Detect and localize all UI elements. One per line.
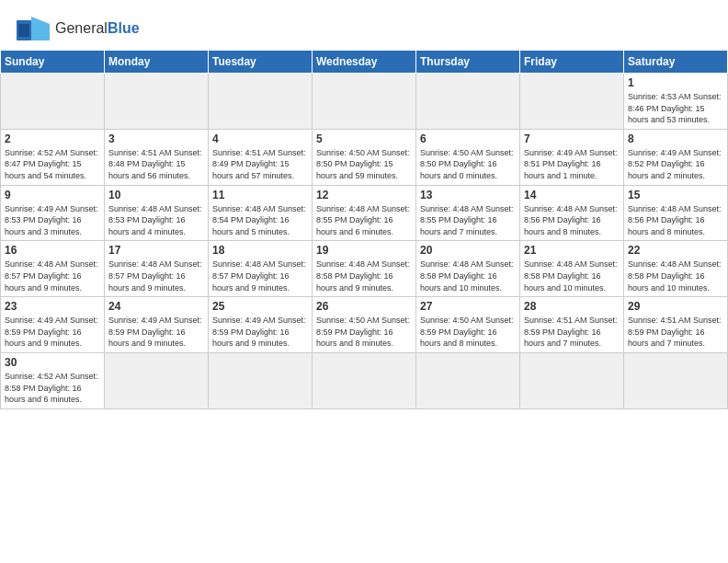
calendar-day-cell — [520, 352, 624, 408]
day-of-week-header: Monday — [105, 51, 209, 74]
day-info: Sunrise: 4:48 AM Sunset: 8:58 PM Dayligh… — [628, 259, 723, 293]
day-number: 27 — [420, 300, 516, 313]
day-info: Sunrise: 4:53 AM Sunset: 8:46 PM Dayligh… — [628, 91, 723, 126]
day-info: Sunrise: 4:48 AM Sunset: 8:58 PM Dayligh… — [524, 259, 620, 293]
day-number: 6 — [420, 132, 516, 145]
day-info: Sunrise: 4:51 AM Sunset: 8:59 PM Dayligh… — [628, 315, 723, 350]
day-number: 1 — [628, 76, 723, 89]
day-info: Sunrise: 4:49 AM Sunset: 8:52 PM Dayligh… — [628, 147, 723, 182]
day-number: 12 — [316, 189, 412, 201]
day-info: Sunrise: 4:48 AM Sunset: 8:56 PM Dayligh… — [524, 203, 620, 238]
day-info: Sunrise: 4:48 AM Sunset: 8:57 PM Dayligh… — [212, 259, 308, 293]
day-info: Sunrise: 4:50 AM Sunset: 8:59 PM Dayligh… — [316, 315, 412, 350]
calendar-day-cell — [105, 352, 209, 408]
calendar-day-cell: 23Sunrise: 4:49 AM Sunset: 8:59 PM Dayli… — [1, 297, 105, 353]
day-info: Sunrise: 4:48 AM Sunset: 8:58 PM Dayligh… — [420, 259, 516, 293]
day-of-week-header: Tuesday — [209, 51, 313, 74]
day-info: Sunrise: 4:48 AM Sunset: 8:55 PM Dayligh… — [316, 203, 412, 238]
calendar-day-cell: 19Sunrise: 4:48 AM Sunset: 8:58 PM Dayli… — [313, 241, 416, 297]
day-of-week-header: Friday — [520, 51, 624, 74]
calendar-day-cell: 18Sunrise: 4:48 AM Sunset: 8:57 PM Dayli… — [209, 241, 313, 297]
day-number: 17 — [108, 244, 204, 257]
calendar-week-row: 2Sunrise: 4:52 AM Sunset: 8:47 PM Daylig… — [1, 129, 728, 185]
calendar-week-row: 16Sunrise: 4:48 AM Sunset: 8:57 PM Dayli… — [1, 241, 728, 297]
day-number: 5 — [316, 132, 412, 145]
day-number: 25 — [212, 300, 308, 313]
day-of-week-header: Sunday — [1, 51, 105, 74]
calendar-week-row: 30Sunrise: 4:52 AM Sunset: 8:58 PM Dayli… — [1, 352, 728, 408]
day-of-week-header: Wednesday — [313, 51, 416, 74]
day-info: Sunrise: 4:48 AM Sunset: 8:54 PM Dayligh… — [212, 203, 308, 238]
calendar-day-cell — [416, 74, 520, 130]
calendar-day-cell: 12Sunrise: 4:48 AM Sunset: 8:55 PM Dayli… — [313, 185, 416, 241]
day-number: 13 — [420, 189, 516, 201]
day-info: Sunrise: 4:48 AM Sunset: 8:53 PM Dayligh… — [108, 203, 204, 238]
day-number: 23 — [5, 300, 100, 313]
day-number: 26 — [316, 300, 412, 313]
day-info: Sunrise: 4:49 AM Sunset: 8:59 PM Dayligh… — [108, 315, 204, 350]
day-number: 2 — [5, 132, 100, 145]
calendar-day-cell: 6Sunrise: 4:50 AM Sunset: 8:50 PM Daylig… — [416, 129, 520, 185]
calendar-day-cell: 5Sunrise: 4:50 AM Sunset: 8:50 PM Daylig… — [313, 129, 416, 185]
calendar-table: SundayMondayTuesdayWednesdayThursdayFrid… — [0, 50, 728, 409]
day-number: 18 — [212, 244, 308, 257]
day-number: 15 — [628, 189, 723, 201]
day-number: 24 — [108, 300, 204, 313]
day-info: Sunrise: 4:48 AM Sunset: 8:55 PM Dayligh… — [420, 203, 516, 238]
day-number: 4 — [212, 132, 308, 145]
day-info: Sunrise: 4:50 AM Sunset: 8:59 PM Dayligh… — [420, 315, 516, 350]
day-info: Sunrise: 4:49 AM Sunset: 8:59 PM Dayligh… — [5, 315, 100, 350]
calendar-day-cell: 28Sunrise: 4:51 AM Sunset: 8:59 PM Dayli… — [520, 297, 624, 353]
calendar-day-cell: 25Sunrise: 4:49 AM Sunset: 8:59 PM Dayli… — [209, 297, 313, 353]
calendar-day-cell: 10Sunrise: 4:48 AM Sunset: 8:53 PM Dayli… — [105, 185, 209, 241]
page-header: GeneralBlue — [0, 0, 728, 50]
day-number: 3 — [108, 132, 204, 145]
calendar-day-cell: 20Sunrise: 4:48 AM Sunset: 8:58 PM Dayli… — [416, 241, 520, 297]
calendar-day-cell: 2Sunrise: 4:52 AM Sunset: 8:47 PM Daylig… — [1, 129, 105, 185]
calendar-day-cell: 21Sunrise: 4:48 AM Sunset: 8:58 PM Dayli… — [520, 241, 624, 297]
calendar-day-cell: 15Sunrise: 4:48 AM Sunset: 8:56 PM Dayli… — [624, 185, 728, 241]
calendar-week-row: 23Sunrise: 4:49 AM Sunset: 8:59 PM Dayli… — [1, 297, 728, 353]
day-number: 11 — [212, 189, 308, 201]
day-number: 8 — [628, 132, 723, 145]
day-info: Sunrise: 4:48 AM Sunset: 8:56 PM Dayligh… — [628, 203, 723, 238]
logo: GeneralBlue — [15, 11, 140, 46]
calendar-day-cell: 8Sunrise: 4:49 AM Sunset: 8:52 PM Daylig… — [624, 129, 728, 185]
calendar-day-cell — [416, 352, 520, 408]
day-info: Sunrise: 4:49 AM Sunset: 8:51 PM Dayligh… — [524, 147, 620, 182]
day-info: Sunrise: 4:48 AM Sunset: 8:58 PM Dayligh… — [316, 259, 412, 293]
logo-text: GeneralBlue — [55, 20, 140, 37]
calendar-day-cell: 9Sunrise: 4:49 AM Sunset: 8:53 PM Daylig… — [1, 185, 105, 241]
calendar-day-cell — [209, 74, 313, 130]
calendar-day-cell — [209, 352, 313, 408]
day-number: 22 — [628, 244, 723, 257]
day-number: 10 — [108, 189, 204, 201]
svg-rect-2 — [18, 24, 29, 37]
calendar-day-cell: 29Sunrise: 4:51 AM Sunset: 8:59 PM Dayli… — [624, 297, 728, 353]
calendar-day-cell: 24Sunrise: 4:49 AM Sunset: 8:59 PM Dayli… — [105, 297, 209, 353]
day-number: 16 — [5, 244, 100, 257]
day-number: 19 — [316, 244, 412, 257]
calendar-day-cell: 7Sunrise: 4:49 AM Sunset: 8:51 PM Daylig… — [520, 129, 624, 185]
day-info: Sunrise: 4:52 AM Sunset: 8:47 PM Dayligh… — [5, 147, 100, 182]
logo-svg — [15, 11, 51, 46]
calendar-day-cell: 3Sunrise: 4:51 AM Sunset: 8:48 PM Daylig… — [105, 129, 209, 185]
day-number: 9 — [5, 189, 100, 201]
day-info: Sunrise: 4:50 AM Sunset: 8:50 PM Dayligh… — [420, 147, 516, 182]
calendar-day-cell — [313, 352, 416, 408]
day-info: Sunrise: 4:51 AM Sunset: 8:48 PM Dayligh… — [108, 147, 204, 182]
day-info: Sunrise: 4:48 AM Sunset: 8:57 PM Dayligh… — [5, 259, 100, 293]
day-of-week-header: Saturday — [624, 51, 728, 74]
calendar-day-cell: 4Sunrise: 4:51 AM Sunset: 8:49 PM Daylig… — [209, 129, 313, 185]
day-number: 28 — [524, 300, 620, 313]
day-info: Sunrise: 4:50 AM Sunset: 8:50 PM Dayligh… — [316, 147, 412, 182]
day-info: Sunrise: 4:51 AM Sunset: 8:49 PM Dayligh… — [212, 147, 308, 182]
day-number: 14 — [524, 189, 620, 201]
calendar-day-cell — [105, 74, 209, 130]
day-number: 30 — [5, 356, 100, 369]
calendar-day-cell: 17Sunrise: 4:48 AM Sunset: 8:57 PM Dayli… — [105, 241, 209, 297]
calendar-day-cell: 30Sunrise: 4:52 AM Sunset: 8:58 PM Dayli… — [1, 352, 105, 408]
calendar-day-cell: 22Sunrise: 4:48 AM Sunset: 8:58 PM Dayli… — [624, 241, 728, 297]
day-info: Sunrise: 4:49 AM Sunset: 8:53 PM Dayligh… — [5, 203, 100, 238]
calendar-day-cell: 14Sunrise: 4:48 AM Sunset: 8:56 PM Dayli… — [520, 185, 624, 241]
